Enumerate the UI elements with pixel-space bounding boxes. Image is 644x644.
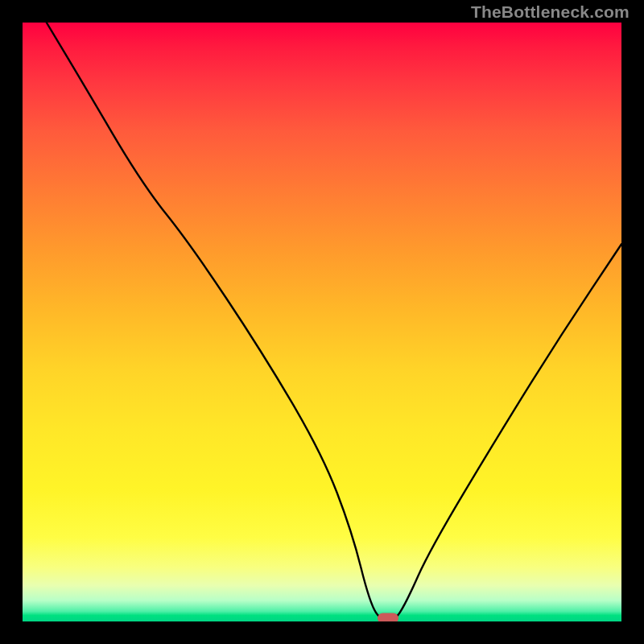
plot-area <box>23 23 621 621</box>
bottleneck-curve <box>23 23 621 621</box>
watermark: TheBottleneck.com <box>471 2 630 22</box>
bottleneck-chart: TheBottleneck.com <box>0 0 644 644</box>
optimal-marker <box>378 613 398 622</box>
